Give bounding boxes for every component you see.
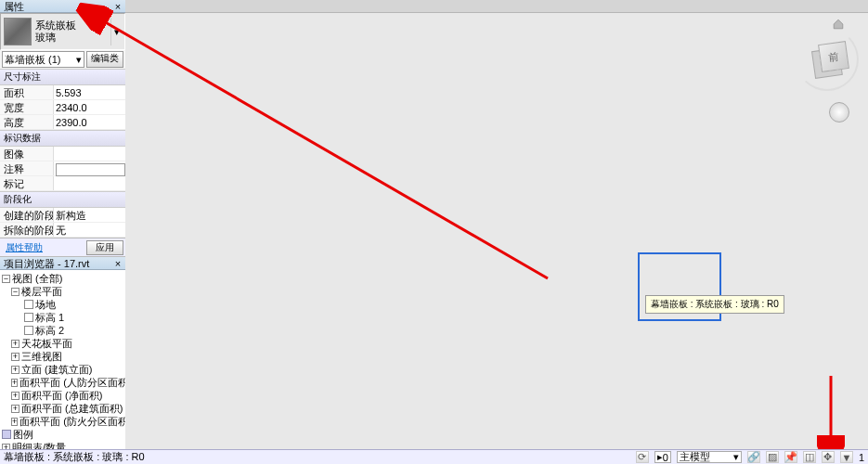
tree-level1[interactable]: 标高 1 [0,311,125,324]
help-row: 属性帮助 应用 [0,238,125,256]
select-underlay-icon[interactable]: ▨ [766,451,779,463]
prop-demolished: 拆除的阶段 无 [0,223,125,238]
collapse-icon[interactable]: − [11,288,19,296]
prop-comment: 注释 [0,161,125,176]
collapse-icon[interactable]: − [2,275,10,283]
prop-height: 高度 2390.0 [0,115,125,130]
left-panels: 属性 × 系统嵌板 玻璃 ▾ 幕墙嵌板 (1) ▾ 编辑类型 尺寸标注 [0,0,125,449]
select-face-icon[interactable]: ◫ [803,451,816,463]
tree-area2[interactable]: +面积平面 (净面积) [0,389,125,402]
prop-created-name: 创建的阶段 [0,208,54,222]
tree-views[interactable]: −视图 (全部) [0,272,125,285]
prop-created: 创建的阶段 新构造 [0,208,125,223]
prop-area-name: 面积 [0,85,54,99]
expand-icon[interactable]: + [11,418,18,426]
select-pinned-icon[interactable]: 📌 [784,451,797,463]
type-thumbnail-icon [4,18,32,45]
type-family: 系统嵌板 [35,19,107,32]
prop-created-value[interactable]: 新构造 [54,208,125,222]
group-dimensions[interactable]: 尺寸标注 [0,69,125,85]
expand-icon[interactable]: + [11,392,19,400]
view-icon [24,300,33,309]
tree-area1[interactable]: +面积平面 (人防分区面积) [0,376,125,389]
filter-icon[interactable]: ▼ [840,451,853,463]
expand-icon[interactable]: + [11,340,19,348]
project-browser: 项目浏览器 - 17.rvt × −视图 (全部) −楼层平面 场地 标高 1 … [0,257,125,449]
tree-elev[interactable]: +立面 (建筑立面) [0,363,125,376]
prop-height-value[interactable]: 2390.0 [54,115,125,129]
prop-area-value[interactable]: 5.593 [54,85,125,99]
tree-legends[interactable]: 图例 [0,428,125,441]
folder-icon [2,430,11,439]
prop-demolished-name: 拆除的阶段 [0,223,54,237]
view-icon [24,313,33,322]
tree-level2[interactable]: 标高 2 [0,324,125,337]
browser-title-text: 项目浏览器 - 17.rvt [4,258,89,269]
properties-help-link[interactable]: 属性帮助 [2,241,86,254]
type-selector[interactable]: 系统嵌板 玻璃 ▾ [0,13,125,50]
properties-title-text: 属性 [4,1,24,12]
viewcube[interactable]: 前 [801,33,853,85]
prop-width: 宽度 2340.0 [0,100,125,115]
chevron-down-icon[interactable]: ▾ [110,18,122,45]
type-selector-text: 系统嵌板 玻璃 [35,19,107,44]
tree-ceiling[interactable]: +天花板平面 [0,337,125,350]
comment-input[interactable] [56,163,125,176]
prop-mark-value[interactable] [54,176,125,190]
tree-floorplans[interactable]: −楼层平面 [0,285,125,298]
prop-comment-value[interactable] [54,161,125,175]
status-bar: 幕墙嵌板 : 系统嵌板 : 玻璃 : R0 ⟳ ▸ 0 主模型 ▾ 🔗 ▨ 📌 … [0,449,868,464]
properties-title-bar[interactable]: 属性 × [0,0,125,13]
expand-icon[interactable]: + [11,405,19,413]
tree-3d[interactable]: +三维视图 [0,350,125,363]
browser-title-bar[interactable]: 项目浏览器 - 17.rvt × [0,257,125,270]
prop-comment-name: 注释 [0,161,54,175]
main-area: 幕墙嵌板 : 系统嵌板 : 玻璃 : R0 前 1 : 100 ▦ ◧ ☀ ◐ … [125,0,868,449]
view-icon [24,326,33,335]
expand-icon[interactable]: + [11,366,19,374]
frame-top [125,0,868,13]
select-links-icon[interactable]: 🔗 [747,451,760,463]
tree-area4[interactable]: +面积平面 (防火分区面积) [0,415,125,428]
status-hint: 幕墙嵌板 : 系统嵌板 : 玻璃 : R0 [4,450,145,464]
active-workset-dropdown[interactable]: 主模型 ▾ [677,451,742,463]
prop-image-value[interactable] [54,147,125,161]
prop-image-name: 图像 [0,147,54,161]
viewcube-face[interactable]: 前 [818,41,849,72]
prop-demolished-value[interactable]: 无 [54,223,125,237]
filter-count: 1 [859,452,864,463]
properties-panel: 属性 × 系统嵌板 玻璃 ▾ 幕墙嵌板 (1) ▾ 编辑类型 尺寸标注 [0,0,125,257]
instance-row: 幕墙嵌板 (1) ▾ 编辑类型 [0,50,125,69]
tree-area3[interactable]: +面积平面 (总建筑面积) [0,402,125,415]
steering-wheel-icon[interactable] [829,102,849,122]
prop-height-name: 高度 [0,115,54,129]
chevron-down-icon: ▾ [76,54,82,66]
group-identity[interactable]: 标识数据 [0,130,125,147]
close-icon[interactable]: × [112,257,123,270]
drag-elements-icon[interactable]: ✥ [822,451,835,463]
prop-mark-name: 标记 [0,176,54,190]
prop-image: 图像 [0,147,125,161]
expand-icon[interactable]: + [11,379,18,387]
edit-type-button[interactable]: 编辑类型 [86,51,123,68]
group-phasing[interactable]: 阶段化 [0,191,125,208]
expand-icon[interactable]: + [11,353,19,361]
prop-mark: 标记 [0,176,125,191]
workset-icon[interactable]: ⟳ [636,451,649,463]
instance-filter-dropdown[interactable]: 幕墙嵌板 (1) ▾ [2,51,84,68]
instance-filter-text: 幕墙嵌板 (1) [5,53,61,67]
tree-site[interactable]: 场地 [0,298,125,311]
type-type: 玻璃 [35,32,107,44]
prop-width-name: 宽度 [0,100,54,114]
app-root: 属性 × 系统嵌板 玻璃 ▾ 幕墙嵌板 (1) ▾ 编辑类型 尺寸标注 [0,0,868,464]
close-icon[interactable]: × [112,0,123,13]
tree-schedules[interactable]: +明细表/数量 [0,441,125,449]
prop-width-value[interactable]: 2340.0 [54,100,125,114]
apply-button[interactable]: 应用 [86,240,123,255]
hover-tooltip: 幕墙嵌板 : 系统嵌板 : 玻璃 : R0 [645,295,784,314]
browser-tree: −视图 (全部) −楼层平面 场地 标高 1 标高 2 +天花板平面 +三维视图… [0,270,125,449]
editable-only-count[interactable]: ▸ 0 [654,451,671,463]
prop-area: 面积 5.593 [0,85,125,100]
